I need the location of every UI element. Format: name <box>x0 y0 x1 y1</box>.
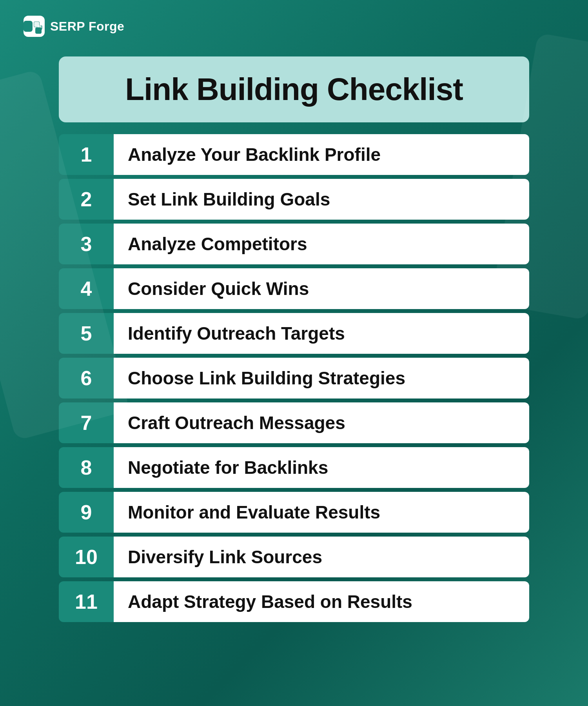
main-content: Link Building Checklist 1Analyze Your Ba… <box>59 56 529 622</box>
checklist-item: 8Negotiate for Backlinks <box>59 447 529 488</box>
item-label: Analyze Your Backlink Profile <box>114 134 529 175</box>
svg-rect-3 <box>38 25 42 29</box>
logo-icon <box>24 16 45 37</box>
item-number: 7 <box>59 402 114 443</box>
item-label: Set Link Building Goals <box>114 179 529 220</box>
checklist-item: 6Choose Link Building Strategies <box>59 358 529 398</box>
checklist-item: 9Monitor and Evaluate Results <box>59 492 529 533</box>
item-label: Craft Outreach Messages <box>114 402 529 443</box>
checklist-item: 3Analyze Competitors <box>59 224 529 264</box>
item-number: 3 <box>59 224 114 264</box>
item-number: 10 <box>59 537 114 577</box>
item-label: Negotiate for Backlinks <box>114 447 529 488</box>
item-number: 5 <box>59 313 114 354</box>
header: SERP Forge <box>0 0 588 45</box>
logo-text: SERP Forge <box>50 19 124 34</box>
checklist-item: 11Adapt Strategy Based on Results <box>59 581 529 622</box>
checklist-item: 1Analyze Your Backlink Profile <box>59 134 529 175</box>
item-number: 11 <box>59 581 114 622</box>
checklist-item: 2Set Link Building Goals <box>59 179 529 220</box>
item-number: 9 <box>59 492 114 533</box>
logo: SERP Forge <box>24 16 124 37</box>
item-number: 2 <box>59 179 114 220</box>
item-label: Choose Link Building Strategies <box>114 358 529 398</box>
item-number: 8 <box>59 447 114 488</box>
checklist: 1Analyze Your Backlink Profile2Set Link … <box>59 134 529 622</box>
item-number: 6 <box>59 358 114 398</box>
item-number: 4 <box>59 268 114 309</box>
item-label: Diversify Link Sources <box>114 537 529 577</box>
item-label: Adapt Strategy Based on Results <box>114 581 529 622</box>
item-label: Analyze Competitors <box>114 224 529 264</box>
title-box: Link Building Checklist <box>59 56 529 122</box>
checklist-item: 10Diversify Link Sources <box>59 537 529 577</box>
item-label: Consider Quick Wins <box>114 268 529 309</box>
checklist-item: 7Craft Outreach Messages <box>59 402 529 443</box>
item-number: 1 <box>59 134 114 175</box>
page-title: Link Building Checklist <box>78 72 510 107</box>
checklist-item: 5Identify Outreach Targets <box>59 313 529 354</box>
item-label: Monitor and Evaluate Results <box>114 492 529 533</box>
checklist-item: 4Consider Quick Wins <box>59 268 529 309</box>
item-label: Identify Outreach Targets <box>114 313 529 354</box>
